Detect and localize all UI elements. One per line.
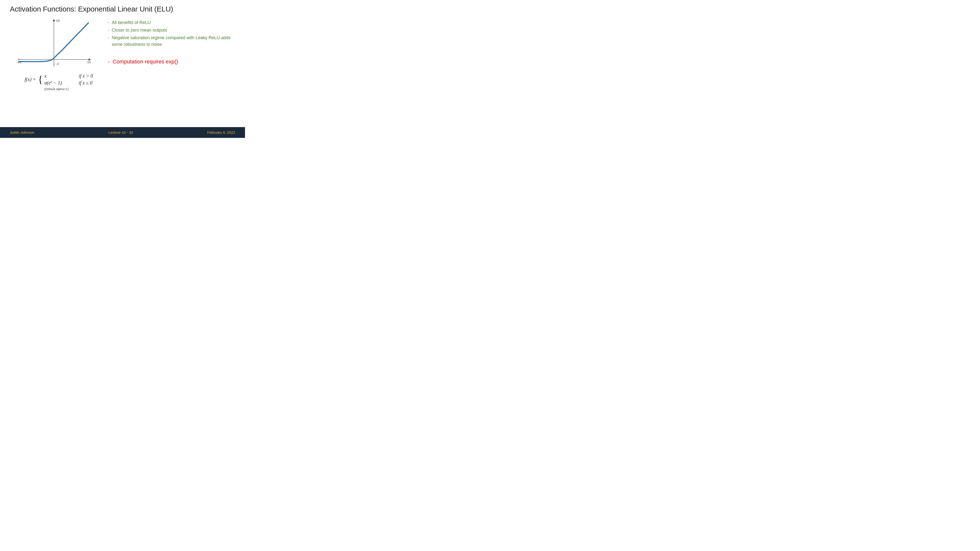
- svg-marker-10: [53, 19, 55, 21]
- svg-text:-2: -2: [56, 62, 59, 66]
- elu-chart: 10 -10 10 -2: [12, 17, 95, 71]
- slide-title: Activation Functions: Exponential Linear…: [10, 5, 235, 13]
- computation-item: Computation requires exp(): [108, 59, 235, 65]
- math-brace: {: [38, 74, 43, 84]
- right-panel: All benefits of ReLU Closer to zero mean…: [108, 17, 235, 125]
- math-case-row-2: α(ex − 1) if x ≤ 0: [45, 80, 93, 86]
- formula-area: f(x) = { x if x > 0 α(ex − 1) if x ≤ 0: [10, 73, 103, 91]
- svg-text:10: 10: [87, 60, 91, 64]
- math-lhs: f(x) =: [25, 77, 36, 82]
- math-case-row-1: x if x > 0: [45, 73, 93, 79]
- slide-container: Activation Functions: Exponential Linear…: [0, 0, 245, 138]
- slide-footer: Justin Johnson Lecture 10 - 32 February …: [0, 127, 245, 138]
- computation-section: Computation requires exp(): [108, 59, 235, 65]
- slide-content: Activation Functions: Exponential Linear…: [0, 0, 245, 127]
- math-cases: x if x > 0 α(ex − 1) if x ≤ 0: [45, 73, 93, 86]
- main-body: 10 -10 10 -2: [10, 17, 235, 125]
- math-case2-expr: α(ex − 1): [45, 80, 71, 86]
- default-alpha: (Default alpha=1): [44, 87, 68, 91]
- left-panel: 10 -10 10 -2: [10, 17, 103, 125]
- benefits-list: All benefits of ReLU Closer to zero mean…: [108, 19, 235, 49]
- footer-date: February 6, 2022: [207, 130, 235, 135]
- svg-text:10: 10: [56, 19, 60, 22]
- footer-lecture: Lecture 10 - 32: [108, 130, 133, 135]
- math-case1-expr: x: [45, 73, 71, 79]
- benefit-item-3-text: Negative saturation regime compared with…: [112, 35, 231, 47]
- chart-area: 10 -10 10 -2: [12, 17, 95, 71]
- math-formula: f(x) = { x if x > 0 α(ex − 1) if x ≤ 0: [25, 73, 93, 86]
- benefit-item-3: Negative saturation regime compared with…: [108, 35, 235, 48]
- math-case1-cond: if x > 0: [79, 73, 93, 79]
- math-case2-cond: if x ≤ 0: [79, 80, 92, 86]
- benefit-item-1: All benefits of ReLU: [108, 19, 235, 26]
- benefit-item-2: Closer to zero mean outputs: [108, 27, 235, 33]
- footer-author: Justin Johnson: [10, 130, 34, 135]
